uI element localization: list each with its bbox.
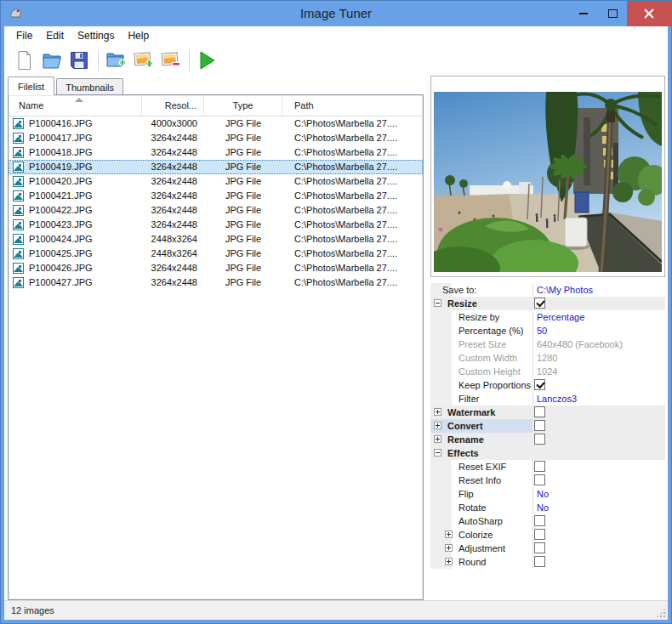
checkbox[interactable] [534,542,545,553]
property-row[interactable]: Convert [430,419,665,433]
menu-help[interactable]: Help [121,27,156,44]
close-icon [644,9,654,19]
checkbox[interactable] [534,406,545,417]
property-row[interactable]: RotateNo [430,501,665,514]
expand-icon[interactable] [445,530,453,538]
cell-name: P1000417.JPG [9,131,142,145]
table-row[interactable]: P1000420.JPG 3264x2448 JPG File C:\Photo… [9,174,423,189]
property-row[interactable]: Rename [430,433,665,446]
property-row[interactable]: AutoSharp [430,514,665,528]
table-row[interactable]: P1000421.JPG 3264x2448 JPG File C:\Photo… [9,189,423,203]
image-file-icon [13,162,24,173]
table-row[interactable]: P1000427.JPG 3264x2448 JPG File C:\Photo… [9,275,423,290]
menu-file[interactable]: File [9,27,39,44]
minimize-button[interactable] [569,1,598,26]
close-button[interactable] [627,1,671,26]
checkbox[interactable] [534,461,545,472]
checkbox[interactable] [534,556,545,567]
property-row[interactable]: Reset EXIF [430,460,665,474]
checkbox[interactable] [534,434,545,445]
open-button[interactable] [39,48,65,73]
column-header-path[interactable]: Path [282,95,423,116]
column-header-resolution[interactable]: Resol... [142,95,204,116]
maximize-button[interactable] [598,1,627,26]
menu-settings[interactable]: Settings [71,27,121,44]
property-row[interactable]: Round [430,555,665,569]
table-row[interactable]: P1000417.JPG 3264x2448 JPG File C:\Photo… [9,131,423,145]
property-row[interactable]: Custom Height1024 [430,365,665,378]
checkbox[interactable] [534,474,545,485]
save-button[interactable] [66,48,92,73]
table-row[interactable]: P1000416.JPG 4000x3000 JPG File C:\Photo… [9,116,423,131]
property-row[interactable]: Custom Width1280 [430,351,665,365]
table-row[interactable]: P1000418.JPG 3264x2448 JPG File C:\Photo… [9,145,423,160]
remove-images-button[interactable] [157,48,183,73]
property-value[interactable]: No [537,501,549,514]
collapse-icon[interactable] [434,299,441,307]
table-row[interactable]: P1000423.JPG 3264x2448 JPG File C:\Photo… [9,218,423,232]
image-file-icon [13,277,24,288]
property-value[interactable]: No [537,487,549,501]
toolbar [4,45,668,76]
property-row[interactable]: Resize [430,297,665,310]
property-row[interactable]: Resize byPercentage [430,310,665,324]
property-label: Round [458,555,486,569]
property-row[interactable]: FlipNo [430,487,665,501]
table-row[interactable]: P1000419.JPG 3264x2448 JPG File C:\Photo… [9,160,423,174]
add-folder-button[interactable] [103,48,128,73]
tab-thumbnails[interactable]: Thumbnails [56,78,123,95]
property-value[interactable]: 1024 [537,365,557,378]
table-row[interactable]: P1000424.JPG 2448x3264 JPG File C:\Photo… [9,232,423,247]
tab-filelist[interactable]: Filelist [8,77,54,95]
property-value[interactable]: 1280 [537,351,557,365]
table-header: Name Resol... Type Path [9,95,423,116]
property-row[interactable]: Keep Proportions [430,378,665,392]
cell-resolution: 3264x2448 [142,145,204,160]
property-row[interactable]: Watermark [430,406,665,419]
property-row[interactable]: Save to:C:\My Photos [430,283,665,297]
property-value[interactable]: 50 [537,324,547,338]
cell-type: JPG File [204,261,282,275]
expand-icon[interactable] [445,544,453,552]
save-icon [69,50,89,71]
table-row[interactable]: P1000426.JPG 3264x2448 JPG File C:\Photo… [9,261,423,275]
menu-edit[interactable]: Edit [39,27,71,44]
cell-resolution: 2448x3264 [142,232,204,247]
property-row[interactable]: FilterLanczos3 [430,392,665,406]
table-row[interactable]: P1000422.JPG 3264x2448 JPG File C:\Photo… [9,203,423,218]
table-row[interactable]: P1000425.JPG 2448x3264 JPG File C:\Photo… [9,247,423,261]
settings-panel: Save to:C:\My PhotosResizeResize byPerce… [430,283,665,600]
cell-name: P1000424.JPG [9,232,142,247]
property-value[interactable]: C:\My Photos [537,283,593,297]
checkbox[interactable] [534,515,545,526]
expand-icon[interactable] [445,558,453,565]
property-row[interactable]: Effects [430,446,665,460]
property-row[interactable]: Percentage (%)50 [430,324,665,338]
property-row[interactable]: Preset Size640x480 (Facebook) [430,338,665,351]
expand-icon[interactable] [434,435,441,443]
process-button[interactable] [194,48,219,73]
checkbox[interactable] [534,379,545,390]
property-row[interactable]: Colorize [430,528,665,542]
cell-path: C:\Photos\Marbella 27.... [282,116,423,131]
property-value[interactable]: 640x480 (Facebook) [537,338,623,351]
collapse-icon[interactable] [434,449,441,457]
new-file-button[interactable] [12,48,37,73]
expand-icon[interactable] [434,422,441,429]
property-label: Resize [447,297,477,310]
add-images-button[interactable] [130,48,156,73]
expand-icon[interactable] [434,408,441,416]
property-row[interactable]: Reset Info [430,474,665,487]
property-label: Custom Width [458,351,517,365]
column-header-type[interactable]: Type [204,95,282,116]
preview-image [434,92,662,272]
status-text: 12 images [11,605,54,615]
checkbox[interactable] [534,529,545,540]
checkbox[interactable] [534,298,545,309]
checkbox[interactable] [534,420,545,431]
property-value[interactable]: Lanczos3 [537,392,577,406]
property-value[interactable]: Percentage [537,310,584,324]
property-row[interactable]: Adjustment [430,542,665,555]
resize-grip-icon[interactable] [656,608,666,618]
property-label: Watermark [447,406,495,419]
